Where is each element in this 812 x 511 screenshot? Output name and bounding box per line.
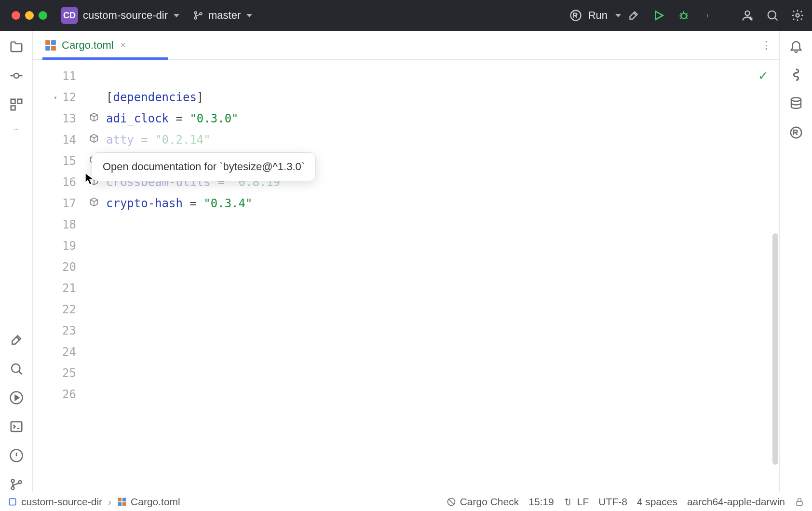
tab-menu-button[interactable]: ⋮: [761, 39, 771, 52]
branch-icon: [193, 10, 203, 21]
line-number: 19: [33, 235, 86, 256]
right-tool-strip: [779, 31, 812, 492]
gutter-icon-slot: [86, 87, 102, 108]
svg-point-0: [194, 12, 197, 14]
code-line[interactable]: [106, 320, 779, 341]
ai-assistant-button[interactable]: [789, 67, 803, 82]
svg-rect-13: [17, 99, 22, 104]
more-actions-button[interactable]: [702, 9, 716, 22]
gutter-icon-slot[interactable]: [86, 129, 102, 150]
terminal-tool-button[interactable]: [9, 419, 24, 434]
readonly-lock-button[interactable]: [795, 497, 804, 507]
window-minimize-button[interactable]: [25, 11, 34, 20]
window-maximize-button[interactable]: [39, 11, 47, 20]
tab-bar: Cargo.toml × ⋮: [33, 31, 779, 60]
fold-toggle[interactable]: ▾: [54, 87, 57, 108]
gutter-icon-slot[interactable]: [86, 193, 102, 214]
chevron-down-icon: [615, 14, 621, 17]
vcs-tool-button[interactable]: [9, 477, 24, 492]
code-line[interactable]: atty = "0.2.14": [106, 129, 779, 150]
chevron-right-icon: ›: [108, 496, 111, 508]
svg-rect-12: [11, 99, 15, 104]
code-line[interactable]: [106, 341, 779, 363]
svg-rect-27: [45, 40, 50, 45]
svg-point-18: [12, 364, 20, 373]
search-everywhere-button[interactable]: [766, 9, 779, 22]
crate-icon[interactable]: [89, 129, 99, 150]
debug-button[interactable]: [677, 9, 690, 22]
project-name[interactable]: custom-source-dir: [83, 9, 168, 22]
indent-widget[interactable]: 4 spaces: [637, 496, 677, 508]
traffic-lights: [12, 11, 47, 20]
line-number: 23: [33, 320, 86, 341]
problems-tool-button[interactable]: [9, 448, 24, 463]
run-config-selector[interactable]: Run: [569, 9, 621, 22]
svg-rect-34: [118, 502, 122, 506]
rust-tool-button[interactable]: [789, 125, 803, 140]
svg-point-7: [707, 16, 708, 17]
line-number: 18: [33, 214, 86, 235]
line-number: 26: [33, 384, 86, 405]
editor[interactable]: 11▾121314151617181920212223242526 [depen…: [33, 60, 779, 492]
find-tool-button[interactable]: [9, 362, 24, 376]
cursor-position[interactable]: 15:19: [528, 496, 554, 508]
svg-point-11: [14, 73, 19, 78]
run-tool-button[interactable]: [9, 390, 24, 405]
code-line[interactable]: [106, 278, 779, 299]
line-separator-label: LF: [577, 496, 589, 508]
build-tool-button[interactable]: [9, 333, 24, 347]
notifications-button[interactable]: [789, 39, 803, 53]
encoding-widget[interactable]: UTF-8: [598, 496, 627, 508]
svg-rect-33: [122, 498, 126, 501]
line-separator-widget[interactable]: LF: [564, 496, 589, 508]
breadcrumb[interactable]: custom-source-dir › Cargo.toml: [8, 496, 180, 508]
titlebar-right-tools: [741, 9, 804, 22]
more-tools-button[interactable]: [9, 126, 24, 141]
branch-selector[interactable]: master: [193, 9, 252, 22]
code-line[interactable]: [106, 363, 779, 384]
code-line[interactable]: adi_clock = "0.3.0": [106, 108, 779, 129]
gutter-icons: [86, 60, 102, 492]
code-with-me-button[interactable]: [741, 9, 754, 22]
crate-icon[interactable]: [89, 193, 99, 214]
cargo-check-widget[interactable]: Cargo Check: [447, 496, 519, 508]
crate-icon[interactable]: [89, 108, 99, 129]
line-number: 13: [33, 108, 86, 129]
project-tool-button[interactable]: [9, 40, 24, 54]
code-line[interactable]: [106, 299, 779, 320]
settings-button[interactable]: [791, 9, 804, 22]
code-line[interactable]: [106, 256, 779, 278]
breadcrumb-root: custom-source-dir: [21, 496, 102, 508]
code-area[interactable]: [dependencies]adi_clock = "0.3.0"atty = …: [102, 60, 779, 492]
tab-close-button[interactable]: ×: [121, 40, 126, 51]
svg-point-6: [707, 15, 708, 15]
commit-tool-button[interactable]: [9, 68, 24, 83]
rust-icon: [569, 9, 582, 22]
tab-cargo-toml[interactable]: Cargo.toml ×: [42, 31, 133, 59]
svg-point-16: [16, 129, 17, 130]
chevron-down-icon[interactable]: [174, 14, 179, 17]
database-tool-button[interactable]: [789, 96, 803, 111]
target-widget[interactable]: aarch64-apple-darwin: [687, 496, 785, 508]
window-close-button[interactable]: [12, 11, 20, 20]
code-line[interactable]: [106, 235, 779, 256]
line-number: 20: [33, 256, 86, 278]
gutter-icon-slot: [86, 363, 102, 384]
build-button[interactable]: [627, 9, 640, 22]
gutter-icon-slot: [86, 214, 102, 235]
code-line[interactable]: [106, 66, 779, 87]
line-number-gutter: 11▾121314151617181920212223242526: [33, 60, 86, 492]
tab-label: Cargo.toml: [62, 39, 114, 52]
line-number: ▾12: [33, 87, 86, 108]
svg-point-8: [745, 11, 749, 15]
run-button[interactable]: [652, 9, 665, 22]
code-line[interactable]: [dependencies]: [106, 87, 779, 108]
code-line[interactable]: [106, 214, 779, 235]
gutter-icon-slot: [86, 66, 102, 87]
tooltip-text: Open documentation for `bytesize@^1.3.0`: [103, 161, 305, 173]
structure-tool-button[interactable]: [9, 97, 24, 112]
gutter-icon-slot[interactable]: [86, 108, 102, 129]
code-line[interactable]: [106, 384, 779, 405]
code-line[interactable]: crypto-hash = "0.3.4": [106, 193, 779, 214]
svg-rect-29: [45, 46, 50, 51]
